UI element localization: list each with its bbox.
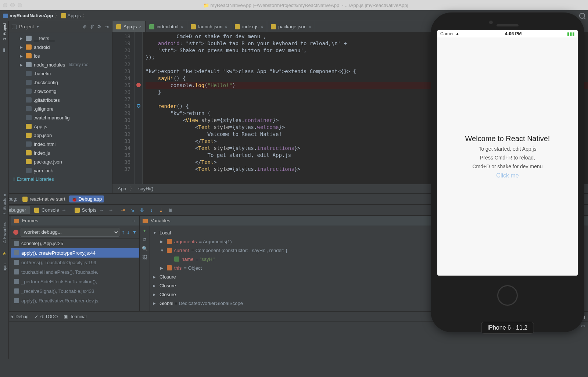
stack-frame[interactable]: _performSideEffectsForTransition(), <box>11 277 139 286</box>
stack-frame[interactable]: onPress(), TouchableOpacity.js:199 <box>11 258 139 267</box>
var-name[interactable]: this <box>174 265 182 271</box>
thread-dropdown[interactable]: worker: debugg... <box>21 228 119 237</box>
tree-item[interactable]: .babelrc <box>9 69 112 78</box>
tree-item[interactable]: .buckconfig <box>9 78 112 87</box>
breakpoint-icon[interactable] <box>136 83 141 87</box>
debug-tab[interactable]: Console → <box>31 206 70 214</box>
tree-item[interactable]: App.js <box>9 122 112 131</box>
project-view-label[interactable]: Project <box>19 24 34 29</box>
tree-item[interactable]: .gitattributes <box>9 96 112 104</box>
editor-gutter[interactable] <box>135 32 143 184</box>
tree-item[interactable]: index.html <box>9 140 112 148</box>
run-to-cursor-icon[interactable]: ⤓ <box>157 206 166 215</box>
scope-closure[interactable]: Closure <box>159 274 176 280</box>
frames-list[interactable]: console(), App.js:25apply(), createProto… <box>11 238 139 311</box>
bookmark-icon[interactable]: ▮ <box>3 47 6 53</box>
var-name[interactable]: name <box>182 256 194 262</box>
tree-item[interactable]: .gitignore <box>9 104 112 113</box>
stack-frame[interactable]: touchableHandlePress(), Touchable. <box>11 267 139 277</box>
tree-item[interactable]: package.json <box>9 157 112 166</box>
run-config[interactable]: 🐞Debug app <box>69 195 104 202</box>
var-name[interactable]: current <box>174 248 189 253</box>
scope-closure[interactable]: Closure <box>159 292 176 297</box>
tree-item[interactable]: ▶ios <box>9 51 112 60</box>
breadcrumb-class[interactable]: App <box>118 186 126 191</box>
close-tab-icon[interactable]: × <box>225 24 227 29</box>
favorites-tool-button[interactable]: 2: Favorites <box>2 222 7 243</box>
tree-item[interactable]: ▶__tests__ <box>9 34 112 43</box>
expand-icon[interactable]: ▶ <box>20 63 24 67</box>
simulator-screen[interactable]: Carrier ▲ 4:06 PM ▮▮▮ Welcome to React N… <box>437 30 578 276</box>
run-config[interactable]: react-native start <box>20 195 68 202</box>
home-button[interactable] <box>497 285 518 306</box>
pin-icon[interactable]: → <box>61 208 67 213</box>
tree-item[interactable]: ▶android <box>9 43 112 51</box>
copy-icon[interactable]: ⧉ <box>142 237 147 242</box>
stack-frame[interactable]: _receiveSignal(), Touchable.js:433 <box>11 286 139 296</box>
stack-frame[interactable]: apply(), createPrototypeProxy.js:44 <box>11 248 139 258</box>
tree-item[interactable]: index.js <box>9 148 112 157</box>
scope-global[interactable]: Global = DedicatedWorkerGlobalScope <box>159 301 243 306</box>
todo-tool-button[interactable]: ✓6: TODO <box>35 314 58 319</box>
debug-tab[interactable]: Scripts → <box>71 206 108 214</box>
editor-tab[interactable]: index.html× <box>146 21 187 32</box>
breadcrumb-method[interactable]: sayHi() <box>138 186 153 191</box>
scope-local[interactable]: Local <box>159 230 171 236</box>
gear-icon[interactable]: ⚙ <box>97 24 102 29</box>
evaluate-icon[interactable]: 🖩 <box>166 206 175 215</box>
run-config-selector[interactable]: react-native start🐞Debug app <box>20 195 104 202</box>
scope-closure[interactable]: Closure <box>159 283 176 288</box>
close-tab-icon[interactable]: × <box>139 24 141 29</box>
hide-icon[interactable]: ⇥ <box>104 24 109 29</box>
structure-tool-button[interactable]: 7: Structure <box>2 194 7 215</box>
var-name[interactable]: arguments <box>174 239 197 244</box>
filter-icon[interactable]: ▼ <box>132 230 137 235</box>
close-tab-icon[interactable]: × <box>180 24 183 29</box>
next-frame-icon[interactable]: ↓ <box>127 229 130 236</box>
pin-icon[interactable]: → <box>99 208 104 213</box>
screenshot-icon[interactable]: 🖼 <box>142 255 147 260</box>
zoom-window-button[interactable] <box>18 3 22 7</box>
override-icon[interactable] <box>137 104 140 108</box>
force-step-into-icon[interactable]: ⇊ <box>138 206 147 215</box>
tree-item[interactable]: app.json <box>9 131 112 140</box>
stack-frame[interactable]: console(), App.js:25 <box>11 238 139 248</box>
tree-item[interactable]: .watchmanconfig <box>9 113 112 122</box>
editor-tab[interactable]: launch.json× <box>187 21 231 32</box>
tree-item[interactable]: .flowconfig <box>9 87 112 96</box>
add-watch-icon[interactable]: ＋ <box>142 228 147 233</box>
project-tool-button[interactable]: 1: Project <box>2 23 7 40</box>
npm-tool-button[interactable]: npm <box>2 263 7 271</box>
breadcrumb-project[interactable]: myReactNativeApp <box>10 13 53 18</box>
expand-icon[interactable]: ▶ <box>20 54 24 58</box>
collapse-icon[interactable]: ⇵ <box>89 24 94 29</box>
editor-tab[interactable]: App.js× <box>112 21 146 32</box>
breadcrumb-file[interactable]: App.js <box>68 13 81 18</box>
breadcrumb[interactable]: myReactNativeApp 〉 App.js 〉 <box>3 12 87 19</box>
step-into-icon[interactable]: ↘ <box>128 206 137 215</box>
tree-item[interactable]: ▶node_moduleslibrary roo <box>9 60 112 69</box>
close-window-button[interactable] <box>3 3 7 7</box>
pin-icon[interactable]: → <box>108 208 114 213</box>
step-out-icon[interactable]: ↓ <box>147 206 156 215</box>
terminal-tool-button[interactable]: ▣Terminal <box>64 314 86 319</box>
editor-tab[interactable]: index.js× <box>231 21 267 32</box>
stack-frame[interactable]: apply(), ReactNativeRenderer-dev.js: <box>11 296 139 305</box>
inspect-icon[interactable]: 🔍 <box>142 246 147 251</box>
memory-indicator[interactable]: ▭ <box>581 323 585 328</box>
expand-icon[interactable]: ▶ <box>20 45 24 49</box>
prev-frame-icon[interactable]: ↑ <box>122 229 125 236</box>
click-me-button[interactable]: Click me <box>496 172 519 179</box>
external-libraries[interactable]: ⫴ External Libraries <box>9 175 112 184</box>
chevron-down-icon[interactable]: ▼ <box>36 25 39 29</box>
tree-item[interactable]: yarn.lock <box>9 166 112 175</box>
close-tab-icon[interactable]: × <box>261 24 263 29</box>
pin-icon[interactable]: → <box>131 218 136 223</box>
editor-tab[interactable]: package.json× <box>267 21 315 32</box>
search-icon[interactable] <box>579 13 585 19</box>
step-over-icon[interactable]: ⇥ <box>119 206 128 215</box>
thread-selector[interactable]: worker: debugg... ↑ ↓ ▼ <box>11 226 139 238</box>
project-tree[interactable]: ▶__tests__▶android▶ios▶node_moduleslibra… <box>9 32 112 193</box>
expand-icon[interactable]: ▶ <box>20 36 24 40</box>
locate-icon[interactable]: ⊕ <box>82 24 87 29</box>
